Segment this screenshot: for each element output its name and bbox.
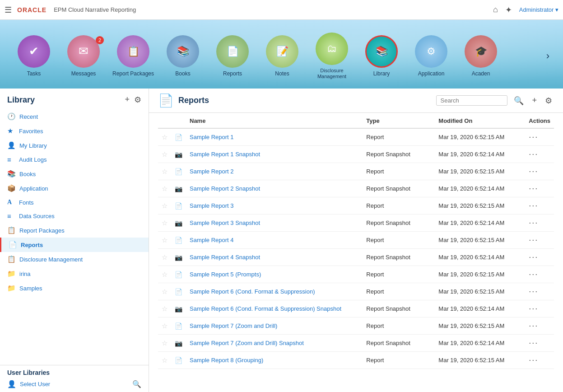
- star-button[interactable]: ☆: [162, 219, 168, 227]
- col-header-modified[interactable]: Modified On: [435, 113, 525, 128]
- actions-menu-button[interactable]: ···: [529, 304, 538, 313]
- home-icon[interactable]: ⌂: [493, 5, 498, 14]
- file-name-link[interactable]: Sample Report 2: [190, 168, 234, 175]
- sidebar-item-samples[interactable]: 📁 Samples: [0, 281, 149, 295]
- star-button[interactable]: ☆: [162, 253, 168, 261]
- nav-item-tasks[interactable]: ✔ Tasks: [9, 35, 59, 77]
- actions-menu-button[interactable]: ···: [529, 201, 538, 210]
- sidebar-add-button[interactable]: +: [125, 95, 130, 105]
- nav-item-disclosure[interactable]: 🗂 Disclosure Management: [307, 33, 357, 79]
- file-name-link[interactable]: Sample Report 7 (Zoom and Drill) Snapsho…: [190, 340, 304, 346]
- top-bar: ☰ ORACLE EPM Cloud Narrative Reporting ⌂…: [0, 0, 563, 20]
- star-button[interactable]: ☆: [162, 133, 168, 141]
- sidebar-item-favorites[interactable]: ★ Favorites: [0, 124, 149, 138]
- sidebar-item-books[interactable]: 📚 Books: [0, 167, 149, 181]
- actions-menu-button[interactable]: ···: [529, 167, 538, 176]
- nav-item-academy[interactable]: 🎓 Acaden: [456, 35, 506, 77]
- actions-menu-button[interactable]: ···: [529, 252, 538, 261]
- actions-menu-button[interactable]: ···: [529, 184, 538, 193]
- actions-menu-button[interactable]: ···: [529, 270, 538, 279]
- table-row: ☆ 📄 Sample Report 8 (Grouping) Report Ma…: [158, 352, 554, 369]
- sidebar-item-recent[interactable]: 🕐 Recent: [0, 109, 149, 124]
- star-button[interactable]: ☆: [162, 322, 168, 330]
- search-input[interactable]: [440, 97, 503, 104]
- star-button[interactable]: ☆: [162, 356, 168, 364]
- sidebar-item-audit-logs[interactable]: ≡ Audit Logs: [0, 153, 149, 167]
- select-user-label[interactable]: Select User: [20, 381, 50, 387]
- nav-item-library[interactable]: 📚 Library: [357, 35, 406, 77]
- table-row: ☆ 📄 Sample Report 3 Report Mar 19, 2020 …: [158, 197, 554, 215]
- star-button[interactable]: ☆: [162, 288, 168, 295]
- nav-item-reports[interactable]: 📄 Reports: [208, 35, 257, 77]
- file-name-link[interactable]: Sample Report 4: [190, 237, 234, 243]
- settings-button[interactable]: ⚙: [543, 95, 554, 107]
- modified-cell: Mar 19, 2020 6:52:15 AM: [435, 163, 525, 180]
- star-cell: ☆: [158, 146, 171, 163]
- admin-label[interactable]: Administrator ▾: [519, 6, 558, 13]
- star-button[interactable]: ☆: [162, 202, 168, 210]
- file-name-link[interactable]: Sample Report 6 (Cond. Format & Suppress…: [190, 305, 341, 312]
- star-button[interactable]: ☆: [162, 150, 168, 158]
- sidebar-header: Library + ⚙: [0, 89, 149, 107]
- hamburger-menu[interactable]: ☰: [5, 5, 12, 15]
- actions-menu-button[interactable]: ···: [529, 338, 538, 347]
- nav-item-report-packages[interactable]: 📋 Report Packages: [108, 35, 158, 77]
- file-name-link[interactable]: Sample Report 8 (Grouping): [190, 357, 263, 364]
- nav-scroll-right[interactable]: ›: [542, 46, 554, 66]
- add-button[interactable]: +: [530, 95, 539, 106]
- file-name-link[interactable]: Sample Report 3 Snapshot: [190, 219, 260, 226]
- actions-menu-button[interactable]: ···: [529, 218, 538, 227]
- file-name-link[interactable]: Sample Report 3: [190, 202, 234, 209]
- star-button[interactable]: ☆: [162, 168, 168, 175]
- actions-menu-button[interactable]: ···: [529, 132, 538, 141]
- star-button[interactable]: ☆: [162, 339, 168, 347]
- col-header-type[interactable]: Type: [363, 113, 435, 128]
- star-button[interactable]: ☆: [162, 271, 168, 278]
- file-name-link[interactable]: Sample Report 7 (Zoom and Drill): [190, 322, 277, 329]
- icon-cell: 📷: [171, 215, 186, 232]
- file-type-icon: 📷: [175, 305, 182, 313]
- col-header-name[interactable]: Name: [186, 113, 363, 128]
- nav-item-books[interactable]: 📚 Books: [158, 35, 208, 77]
- actions-menu-button[interactable]: ···: [529, 235, 538, 244]
- sidebar-item-report-packages[interactable]: 📋 Report Packages: [0, 223, 149, 238]
- sidebar-item-reports[interactable]: 📄 Reports: [0, 238, 149, 252]
- actions-cell: ···: [525, 146, 554, 163]
- sidebar-item-fonts[interactable]: A Fonts: [0, 196, 149, 209]
- actions-cell: ···: [525, 266, 554, 283]
- file-name-link[interactable]: Sample Report 4 Snapshot: [190, 254, 260, 261]
- star-button[interactable]: ☆: [162, 185, 168, 192]
- file-name-link[interactable]: Sample Report 6 (Cond. Format & Suppress…: [190, 288, 315, 295]
- sidebar-item-books-label: Books: [19, 171, 36, 177]
- actions-menu-button[interactable]: ···: [529, 321, 538, 330]
- nav-item-messages[interactable]: ✉ 2 Messages: [59, 35, 108, 77]
- sidebar-settings-button[interactable]: ⚙: [134, 95, 141, 105]
- file-name-link[interactable]: Sample Report 1: [190, 134, 234, 140]
- actions-menu-button[interactable]: ···: [529, 149, 538, 159]
- help-icon[interactable]: ✦: [505, 5, 512, 15]
- file-name-link[interactable]: Sample Report 2 Snapshot: [190, 185, 260, 192]
- file-name-link[interactable]: Sample Report 1 Snapshot: [190, 151, 260, 158]
- star-button[interactable]: ☆: [162, 305, 168, 313]
- table-row: ☆ 📷 Sample Report 1 Snapshot Report Snap…: [158, 146, 554, 163]
- sidebar-item-irina[interactable]: 📁 irina: [0, 266, 149, 281]
- nav-item-notes[interactable]: 📝 Notes: [257, 35, 307, 77]
- sidebar-item-disclosure-mgmt[interactable]: 📋 Disclosure Management: [0, 252, 149, 266]
- sidebar-item-application[interactable]: 📦 Application: [0, 181, 149, 196]
- notes-icon-circle: 📝: [266, 35, 298, 68]
- name-cell: Sample Report 2: [186, 163, 363, 180]
- sidebar-item-data-sources[interactable]: ≡ Data Sources: [0, 209, 149, 223]
- disclosure-mgmt-icon: 📋: [7, 255, 16, 263]
- search-user-button[interactable]: 🔍: [132, 380, 141, 388]
- icon-cell: 📷: [171, 146, 186, 163]
- icon-cell: 📷: [171, 335, 186, 352]
- file-type-icon: 📄: [175, 168, 182, 175]
- sidebar-item-my-library[interactable]: 👤 My Library: [0, 138, 149, 153]
- file-name-link[interactable]: Sample Report 5 (Prompts): [190, 271, 261, 278]
- star-button[interactable]: ☆: [162, 236, 168, 244]
- actions-menu-button[interactable]: ···: [529, 287, 538, 296]
- actions-menu-button[interactable]: ···: [529, 355, 538, 364]
- nav-item-application[interactable]: ⚙ Application: [406, 35, 456, 77]
- search-button[interactable]: 🔍: [512, 95, 526, 107]
- user-libraries-section: User Libraries 👤 Select User 🔍: [0, 365, 149, 392]
